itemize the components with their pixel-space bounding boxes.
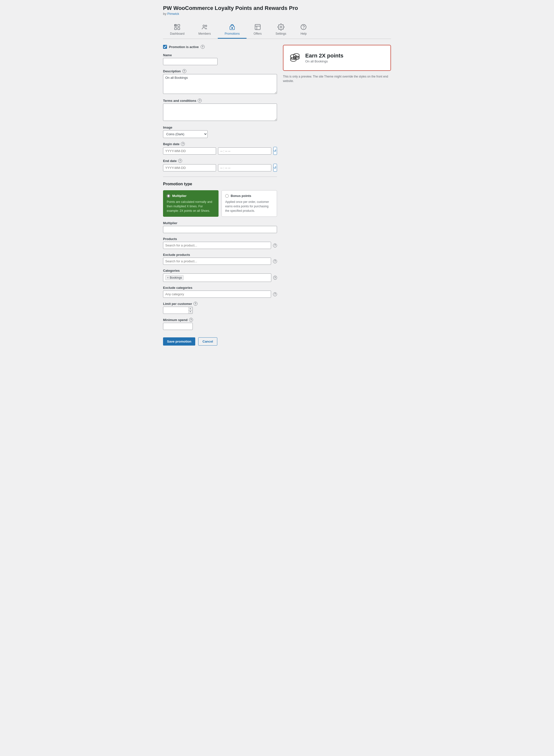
svg-point-6 xyxy=(205,25,207,26)
limit-spinner-up[interactable]: ▲ xyxy=(188,307,192,310)
description-row: Description ? On all Bookings xyxy=(163,69,277,95)
end-date-help-icon[interactable]: ? xyxy=(178,159,182,163)
svg-rect-1 xyxy=(178,24,180,26)
category-tag-remove-icon[interactable]: × xyxy=(167,276,169,279)
description-label: Description xyxy=(163,69,181,73)
exclude-categories-input[interactable] xyxy=(163,291,271,298)
begin-date-label: Begin date xyxy=(163,142,179,146)
image-select[interactable]: Coins (Dark) Coins (Light) Star Trophy xyxy=(163,130,208,138)
end-date-inputs: ↺ xyxy=(163,164,277,172)
image-row: Image Coins (Dark) Coins (Light) Star Tr… xyxy=(163,126,277,138)
terms-textarea[interactable] xyxy=(163,104,277,121)
categories-input-row: × Bookings ? xyxy=(163,274,277,282)
products-label: Products xyxy=(163,237,277,241)
end-date-reset-button[interactable]: ↺ xyxy=(273,164,277,172)
name-label: Name xyxy=(163,53,277,57)
cancel-button[interactable]: Cancel xyxy=(198,337,217,346)
begin-date-help-icon[interactable]: ? xyxy=(181,142,185,146)
name-input[interactable]: Earn 2X points xyxy=(163,58,218,65)
save-promotion-button[interactable]: Save promotion xyxy=(163,337,195,346)
image-label: Image xyxy=(163,126,277,129)
begin-time-input[interactable] xyxy=(218,148,271,155)
tab-offers-label: Offers xyxy=(254,32,261,36)
limit-help-icon[interactable]: ? xyxy=(193,302,198,306)
categories-row: Categories × Bookings ? xyxy=(163,269,277,282)
categories-label: Categories xyxy=(163,269,277,273)
exclude-categories-help-icon[interactable]: ? xyxy=(273,292,277,296)
multiplier-input[interactable]: 2 xyxy=(163,226,277,233)
promo-card-multiplier-desc: Points are calculated normally and then … xyxy=(167,200,215,213)
nav-tabs: Dashboard Members Promotions xyxy=(163,20,391,39)
exclude-categories-input-row: ? xyxy=(163,291,277,298)
promo-card-multiplier[interactable]: Multiplier Points are calculated normall… xyxy=(163,190,219,217)
multiplier-row: Multiplier 2 xyxy=(163,221,277,233)
svg-point-7 xyxy=(232,27,233,29)
promo-radio-bonus[interactable] xyxy=(225,194,229,198)
svg-rect-8 xyxy=(255,24,260,30)
svg-rect-2 xyxy=(175,27,177,30)
exclude-products-help-icon[interactable]: ? xyxy=(273,259,277,263)
promo-type-cards: Multiplier Points are calculated normall… xyxy=(163,190,277,217)
begin-date-input[interactable] xyxy=(163,148,216,155)
terms-row: Terms and conditions ? xyxy=(163,99,277,122)
limit-spinners: ▲ ▼ xyxy=(188,307,192,313)
limit-spinner-down[interactable]: ▼ xyxy=(188,310,192,313)
promo-card-bonus[interactable]: Bonus points Applied once per order, cus… xyxy=(222,190,277,217)
promo-card-bonus-label: Bonus points xyxy=(231,194,251,198)
limit-input-wrapper: ▲ ▼ xyxy=(163,307,193,314)
products-row: Products ? xyxy=(163,237,277,249)
promo-card-multiplier-header: Multiplier xyxy=(167,194,215,198)
tab-members-label: Members xyxy=(199,32,211,36)
svg-rect-3 xyxy=(178,27,180,30)
promotion-active-checkbox[interactable] xyxy=(163,45,167,49)
promo-card-multiplier-label: Multiplier xyxy=(172,194,186,198)
svg-point-5 xyxy=(203,25,205,27)
promotion-type-title: Promotion type xyxy=(163,182,277,186)
preview-text: Earn 2X points On all Bookings xyxy=(305,53,343,63)
begin-date-reset-button[interactable]: ↺ xyxy=(273,147,277,155)
tab-dashboard[interactable]: Dashboard xyxy=(163,20,191,39)
description-help-icon[interactable]: ? xyxy=(182,69,186,73)
min-spend-row: Minimum spend ? xyxy=(163,318,277,330)
tab-settings[interactable]: Settings xyxy=(269,20,293,39)
name-row: Name Earn 2X points xyxy=(163,53,277,65)
categories-help-icon[interactable]: ? xyxy=(273,276,277,280)
content-area: Promotion is active ? Name Earn 2X point… xyxy=(163,45,391,346)
tab-help-label: Help xyxy=(300,32,307,36)
promotion-active-help-icon[interactable]: ? xyxy=(201,45,205,49)
tab-offers[interactable]: Offers xyxy=(246,20,268,39)
exclude-products-input-row: ? xyxy=(163,257,277,265)
exclude-products-input[interactable] xyxy=(163,257,271,265)
right-panel: Earn 2X points On all Bookings This is o… xyxy=(283,45,391,83)
min-spend-help-icon[interactable]: ? xyxy=(189,318,193,322)
exclude-products-row: Exclude products ? xyxy=(163,253,277,265)
promo-card-bonus-desc: Applied once per order, customer earns e… xyxy=(225,200,273,213)
tab-promotions-label: Promotions xyxy=(225,32,240,36)
divider xyxy=(163,177,277,177)
promo-radio-multiplier[interactable] xyxy=(167,194,170,198)
svg-point-10 xyxy=(301,24,306,30)
end-date-input[interactable] xyxy=(163,164,216,171)
categories-tag-field[interactable]: × Bookings xyxy=(163,274,271,282)
category-tag-label: Bookings xyxy=(170,276,182,279)
preview-card: Earn 2X points On all Bookings xyxy=(283,45,391,71)
tab-members[interactable]: Members xyxy=(191,20,218,39)
author-link[interactable]: Pimwick xyxy=(167,12,179,16)
svg-point-9 xyxy=(280,26,282,28)
products-input-row: ? xyxy=(163,242,277,249)
products-input[interactable] xyxy=(163,242,271,249)
preview-notice: This is only a preview. The site Theme m… xyxy=(283,74,391,83)
promo-card-bonus-header: Bonus points xyxy=(225,194,273,198)
terms-help-icon[interactable]: ? xyxy=(198,99,202,103)
end-time-input[interactable] xyxy=(218,164,271,171)
description-textarea[interactable]: On all Bookings xyxy=(163,74,277,94)
tab-help[interactable]: Help xyxy=(293,20,314,39)
products-help-icon[interactable]: ? xyxy=(273,243,277,247)
preview-coins-icon xyxy=(288,50,301,65)
min-spend-input[interactable] xyxy=(163,323,193,330)
begin-date-inputs: ↺ xyxy=(163,147,277,155)
promotion-active-row: Promotion is active ? xyxy=(163,45,277,49)
tab-promotions[interactable]: Promotions xyxy=(218,20,247,39)
begin-date-row: Begin date ? ↺ xyxy=(163,142,277,155)
exclude-categories-row: Exclude categories ? xyxy=(163,286,277,298)
